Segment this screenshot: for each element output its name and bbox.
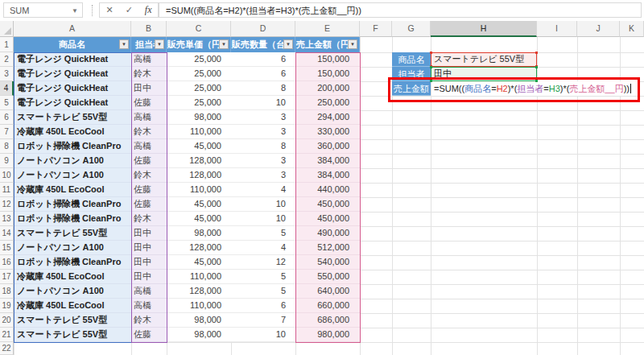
cell-E18[interactable]: 640,000 <box>295 284 360 299</box>
name-box-dropdown-icon[interactable]: ▼ <box>72 3 78 19</box>
cancel-icon[interactable]: ✕ <box>105 3 113 17</box>
lookup-label-amount[interactable]: 売上金額 <box>392 81 431 96</box>
row-header-4[interactable]: 4 <box>0 81 14 96</box>
range-handle-h3[interactable] <box>430 80 432 82</box>
cell-H2[interactable]: スマートテレビ 55V型 <box>431 52 537 67</box>
cell-C2[interactable]: 25,000 <box>167 52 231 67</box>
cell-B5[interactable]: 佐藤 <box>131 96 167 110</box>
name-box[interactable]: SUM ▼ <box>3 2 83 18</box>
row-header-18[interactable]: 18 <box>0 284 14 299</box>
column-header-H[interactable]: H <box>431 21 537 37</box>
cell-D9[interactable]: 3 <box>231 154 295 168</box>
cell-A2[interactable]: 電子レンジ QuickHeat <box>14 52 131 67</box>
cell-A13[interactable]: ロボット掃除機 CleanPro <box>14 212 131 226</box>
cell-B15[interactable]: 田中 <box>131 241 167 255</box>
column-header-C[interactable]: C <box>167 21 231 37</box>
cell-E14[interactable]: 490,000 <box>295 226 360 241</box>
cell-A5[interactable]: 電子レンジ QuickHeat <box>14 96 131 110</box>
cell-B2[interactable]: 高橋 <box>131 52 167 67</box>
cell-D16[interactable]: 12 <box>231 255 295 270</box>
row-header-20[interactable]: 20 <box>0 313 14 328</box>
cell-E10[interactable]: 384,000 <box>295 168 360 183</box>
cell-D13[interactable]: 10 <box>231 212 295 226</box>
cell-A6[interactable]: スマートテレビ 55V型 <box>14 110 131 125</box>
cell-E11[interactable]: 440,000 <box>295 183 360 197</box>
range-handle-h2[interactable] <box>430 52 432 54</box>
cell-C10[interactable]: 128,000 <box>167 168 231 183</box>
cell-B16[interactable]: 田中 <box>131 255 167 270</box>
select-all-corner[interactable] <box>0 21 14 37</box>
cell-C17[interactable]: 110,000 <box>167 270 231 284</box>
cell-E2[interactable]: 150,000 <box>295 52 360 67</box>
cell-C13[interactable]: 45,000 <box>167 212 231 226</box>
row-header-13[interactable]: 13 <box>0 212 14 226</box>
cell-E16[interactable]: 540,000 <box>295 255 360 270</box>
cell-D8[interactable]: 8 <box>231 139 295 154</box>
cell-A7[interactable]: 冷蔵庫 450L EcoCool <box>14 125 131 139</box>
cell-D14[interactable]: 5 <box>231 226 295 241</box>
table-header-D[interactable]: 販売数量（台）▼ <box>231 37 295 52</box>
row-header-11[interactable]: 11 <box>0 183 14 197</box>
cell-B3[interactable]: 鈴木 <box>131 67 167 81</box>
row-header-1[interactable]: 1 <box>0 37 14 52</box>
filter-button-C[interactable]: ▼ <box>219 39 229 49</box>
cell-H3[interactable]: 田中 <box>431 67 537 81</box>
column-header-K[interactable]: K <box>620 21 644 37</box>
row-header-15[interactable]: 15 <box>0 241 14 255</box>
column-header-I[interactable]: I <box>537 21 577 37</box>
cell-B11[interactable]: 佐藤 <box>131 183 167 197</box>
cell-E17[interactable]: 550,000 <box>295 270 360 284</box>
cell-A18[interactable]: ノートパソコン A100 <box>14 284 131 299</box>
column-header-G[interactable]: G <box>392 21 431 37</box>
row-header-14[interactable]: 14 <box>0 226 14 241</box>
cell-A10[interactable]: ノートパソコン A100 <box>14 168 131 183</box>
cell-B18[interactable]: 高橋 <box>131 284 167 299</box>
cell-D2[interactable]: 6 <box>231 52 295 67</box>
cell-B7[interactable]: 鈴木 <box>131 125 167 139</box>
cell-A3[interactable]: 電子レンジ QuickHeat <box>14 67 131 81</box>
cell-D17[interactable]: 5 <box>231 270 295 284</box>
cell-A12[interactable]: ロボット掃除機 CleanPro <box>14 197 131 212</box>
table-header-C[interactable]: 販売単価（円）▼ <box>167 37 231 52</box>
cell-D4[interactable]: 8 <box>231 81 295 96</box>
cell-A8[interactable]: ロボット掃除機 CleanPro <box>14 139 131 154</box>
column-header-B[interactable]: B <box>131 21 167 37</box>
cell-D20[interactable]: 7 <box>231 313 295 328</box>
cell-E15[interactable]: 512,000 <box>295 241 360 255</box>
row-header-6[interactable]: 6 <box>0 110 14 125</box>
cell-D21[interactable]: 10 <box>231 328 295 342</box>
cell-A17[interactable]: 冷蔵庫 450L EcoCool <box>14 270 131 284</box>
cell-B20[interactable]: 鈴木 <box>131 313 167 328</box>
filter-button-A[interactable]: ▼ <box>119 39 129 49</box>
cell-A20[interactable]: スマートテレビ 55V型 <box>14 313 131 328</box>
cell-E9[interactable]: 384,000 <box>295 154 360 168</box>
filter-button-D[interactable]: ▼ <box>283 39 293 49</box>
cell-D19[interactable]: 6 <box>231 299 295 313</box>
row-header-7[interactable]: 7 <box>0 125 14 139</box>
cell-C12[interactable]: 45,000 <box>167 197 231 212</box>
row-header-21[interactable]: 21 <box>0 328 14 342</box>
cell-D3[interactable]: 6 <box>231 67 295 81</box>
cell-C18[interactable]: 128,000 <box>167 284 231 299</box>
cell-D10[interactable]: 3 <box>231 168 295 183</box>
column-header-E[interactable]: E <box>295 21 360 37</box>
cell-E7[interactable]: 330,000 <box>295 125 360 139</box>
range-handle-h3[interactable] <box>535 66 538 68</box>
row-header-10[interactable]: 10 <box>0 168 14 183</box>
cell-D11[interactable]: 4 <box>231 183 295 197</box>
cell-C4[interactable]: 25,000 <box>167 81 231 96</box>
cell-E6[interactable]: 294,000 <box>295 110 360 125</box>
cell-B10[interactable]: 鈴木 <box>131 168 167 183</box>
cell-A19[interactable]: 冷蔵庫 450L EcoCool <box>14 299 131 313</box>
cell-C16[interactable]: 45,000 <box>167 255 231 270</box>
column-header-F[interactable]: F <box>360 21 392 37</box>
cell-E12[interactable]: 450,000 <box>295 197 360 212</box>
range-handle-h3[interactable] <box>535 80 538 82</box>
cell-C20[interactable]: 98,000 <box>167 313 231 328</box>
filter-button-B[interactable]: ▼ <box>155 39 164 49</box>
cell-D7[interactable]: 3 <box>231 125 295 139</box>
cell-D15[interactable]: 4 <box>231 241 295 255</box>
row-header-17[interactable]: 17 <box>0 270 14 284</box>
cell-H4-formula-edit[interactable]: =SUM((商品名=H2)*(担当者=H3)*(売上金額__円)) <box>431 81 640 96</box>
cell-C7[interactable]: 110,000 <box>167 125 231 139</box>
